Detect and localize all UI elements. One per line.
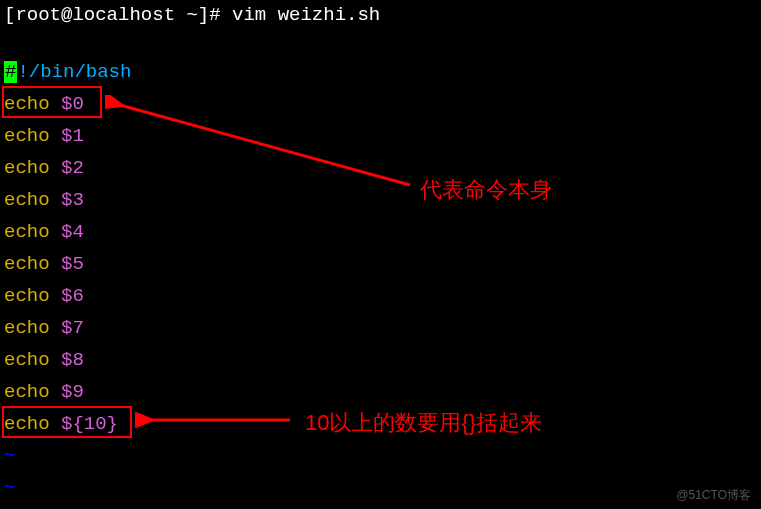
code-line: echo $4 [4,216,757,248]
annotation-text-1: 代表命令本身 [420,175,552,205]
variable: $8 [61,349,84,371]
vim-empty-line: ~ [4,472,757,504]
echo-command: echo [4,413,50,435]
vim-empty-line: ~ [4,504,757,509]
echo-command: echo [4,221,50,243]
code-line: echo $3 [4,184,757,216]
variable: $7 [61,317,84,339]
echo-command: echo [4,157,50,179]
code-line: echo $6 [4,280,757,312]
echo-command: echo [4,285,50,307]
variable: $0 [61,93,84,115]
variable: $5 [61,253,84,275]
shebang-text: !/bin/bash [17,61,131,83]
code-line: echo $9 [4,376,757,408]
code-line: echo $2 [4,152,757,184]
echo-command: echo [4,253,50,275]
tilde-marker: ~ [4,477,15,499]
tilde-marker: ~ [4,445,15,467]
terminal-prompt: [root@localhost ~]# vim weizhi.sh [4,4,757,26]
code-line: echo $7 [4,312,757,344]
cursor: # [4,61,17,83]
code-line: echo $8 [4,344,757,376]
echo-command: echo [4,93,50,115]
variable: $1 [61,125,84,147]
code-line: echo $5 [4,248,757,280]
annotation-text-2: 10以上的数要用{}括起来 [305,408,542,438]
shebang-line: #!/bin/bash [4,56,757,88]
variable: $6 [61,285,84,307]
echo-command: echo [4,381,50,403]
variable: ${10} [61,413,118,435]
echo-command: echo [4,317,50,339]
vim-empty-line: ~ [4,440,757,472]
variable: $4 [61,221,84,243]
echo-command: echo [4,189,50,211]
watermark: @51CTO博客 [676,487,751,504]
echo-command: echo [4,349,50,371]
code-line: echo $1 [4,120,757,152]
variable: $3 [61,189,84,211]
code-line: echo $0 [4,88,757,120]
echo-command: echo [4,125,50,147]
variable: $2 [61,157,84,179]
variable: $9 [61,381,84,403]
